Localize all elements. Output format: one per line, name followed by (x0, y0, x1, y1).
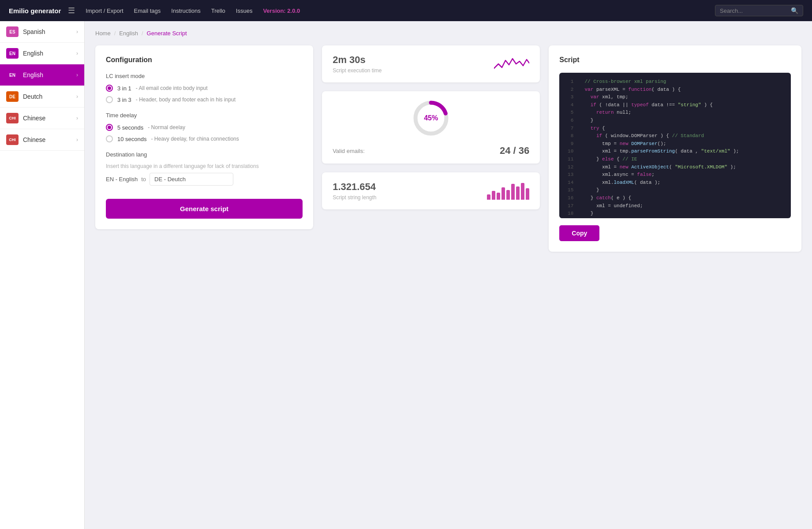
nav-instructions[interactable]: Instructions (171, 7, 200, 14)
nav-trello[interactable]: Trello (211, 7, 225, 14)
radio-3in1-desc: - All email code into body input (136, 85, 208, 91)
bar-1 (487, 194, 490, 200)
radio-3in1-label: 3 in 1 (117, 85, 131, 92)
sidebar-item-chinese2[interactable]: CHI Chinese › (0, 129, 84, 151)
config-title: Configuration (106, 56, 303, 64)
radio-3in3[interactable]: 3 in 3 - Header, body and footer each in… (106, 96, 303, 103)
sidebar-badge-de: DE (6, 91, 19, 102)
destination-lang-section: Destination lang Insert this language in… (106, 151, 303, 186)
copy-button[interactable]: Copy (559, 225, 599, 241)
valid-emails-label: Valid emails: (333, 148, 365, 154)
bar-5 (506, 190, 510, 200)
sidebar-label-deutch: Deutch (23, 93, 72, 100)
code-line-13: 13 xml.async = false; (565, 171, 786, 179)
script-title: Script (559, 56, 791, 64)
execution-time-value: 2m 30s (333, 54, 382, 66)
sidebar-item-chinese1[interactable]: CHI Chinese › (0, 108, 84, 129)
radio-5s-desc: - Normal deelay (148, 124, 185, 130)
from-lang: EN - English (106, 176, 138, 183)
donut-percent-label: 45% (424, 114, 438, 122)
chevron-down-icon: › (76, 29, 78, 35)
valid-emails-panel: 45% Valid emails: 24 / 36 (322, 91, 540, 164)
main-content: Home / English / Generate Script Configu… (85, 21, 812, 529)
code-line-6: 6 } (565, 117, 786, 125)
chevron-down-icon: › (76, 72, 78, 78)
code-line-18: 18 } (565, 210, 786, 218)
code-line-16: 16 } catch( e ) { (565, 194, 786, 202)
sidebar-label-chinese2: Chinese (23, 136, 72, 143)
radio-3in3-label: 3 in 3 (117, 97, 131, 103)
bar-4 (501, 187, 505, 200)
stats-column: 2m 30s Script execution time (322, 45, 540, 209)
code-line-14: 14 xml.loadXML( data ); (565, 179, 786, 187)
sidebar: ES Spanish › EN English › EN English › D… (0, 21, 85, 529)
code-line-5: 5 return null; (565, 109, 786, 117)
sidebar-item-spanish[interactable]: ES Spanish › (0, 21, 84, 43)
search-icon[interactable]: 🔍 (791, 7, 798, 14)
sidebar-badge-chi1: CHI (6, 113, 19, 123)
chevron-down-icon: › (76, 93, 78, 100)
code-line-12: 12 xml = new ActiveXObject( "Microsoft.X… (565, 164, 786, 171)
radio-10s-desc: - Heavy deelay, for china connections (151, 136, 239, 142)
code-line-1: 1 // Cross-browser xml parsing (565, 78, 786, 86)
sidebar-badge-en2: EN (6, 70, 19, 80)
code-line-11: 11 } else { // IE (565, 156, 786, 164)
code-line-7: 7 try { (565, 125, 786, 133)
bar-3 (497, 193, 500, 200)
radio-10s[interactable]: 10 seconds - Heavy deelay, for china con… (106, 135, 303, 142)
breadcrumb-sep2: / (142, 30, 143, 37)
dest-lang-row: EN - English to (106, 173, 303, 186)
sidebar-item-english1[interactable]: EN English › (0, 43, 84, 64)
execution-time-chart (494, 55, 529, 73)
search-box[interactable]: 🔍 (715, 5, 803, 16)
version-label: Version: 2.0.0 (263, 7, 300, 14)
sidebar-label-english2: English (23, 71, 72, 78)
script-panel: Script 1 // Cross-browser xml parsing 2 … (549, 45, 801, 252)
sidebar-item-english2[interactable]: EN English › (0, 64, 84, 86)
sidebar-label-english1: English (23, 50, 72, 57)
radio-5s[interactable]: 5 seconds - Normal deelay (106, 124, 303, 131)
breadcrumb: Home / English / Generate Script (95, 30, 801, 37)
radio-group-insert-mode: 3 in 1 - All email code into body input … (106, 85, 303, 103)
code-line-15: 15 } (565, 186, 786, 194)
sidebar-item-deutch[interactable]: DE Deutch › (0, 86, 84, 108)
sidebar-badge-chi2: CHI (6, 134, 19, 145)
bar-2 (492, 191, 495, 200)
nav-import-export[interactable]: Import / Export (86, 7, 123, 14)
radio-3in1-indicator (106, 85, 113, 92)
bar-8 (521, 183, 524, 200)
radio-group-time: 5 seconds - Normal deelay 10 seconds - H… (106, 124, 303, 142)
breadcrumb-sep1: / (114, 30, 116, 37)
chevron-down-icon: › (76, 137, 78, 143)
string-length-info: 1.321.654 Script string length (333, 181, 376, 201)
valid-emails-row: Valid emails: 24 / 36 (333, 145, 529, 156)
breadcrumb-english[interactable]: English (119, 30, 138, 37)
nav-email-tags[interactable]: Email tags (134, 7, 161, 14)
search-input[interactable] (720, 7, 791, 14)
code-block: 1 // Cross-browser xml parsing 2 var par… (559, 73, 791, 218)
dest-lang-input[interactable] (150, 173, 233, 186)
bar-chart (487, 182, 529, 200)
lc-insert-mode-label: LC insert mode (106, 73, 303, 79)
radio-10s-label: 10 seconds (117, 136, 147, 142)
nav-issues[interactable]: Issues (236, 7, 253, 14)
radio-3in1[interactable]: 3 in 1 - All email code into body input (106, 85, 303, 92)
code-line-8: 8 if ( window.DOMParser ) { // Standard (565, 132, 786, 140)
sidebar-badge-es: ES (6, 26, 19, 37)
execution-time-panel: 2m 30s Script execution time (322, 45, 540, 82)
dest-to-label: to (141, 176, 146, 183)
bar-9 (526, 188, 529, 200)
generate-script-button[interactable]: Generate script (106, 199, 303, 219)
code-line-4: 4 if ( !data || typeof data !== "string"… (565, 101, 786, 109)
string-length-label: Script string length (333, 194, 376, 201)
string-length-value: 1.321.654 (333, 181, 376, 193)
code-line-19: 19 if ( !xml || !xml.documentElement || … (565, 218, 786, 218)
breadcrumb-home[interactable]: Home (95, 30, 111, 37)
chevron-down-icon: › (76, 50, 78, 56)
config-panel: Configuration LC insert mode 3 in 1 - Al… (95, 45, 313, 229)
code-line-2: 2 var parseXML = function( data ) { (565, 86, 786, 94)
radio-5s-indicator (106, 124, 113, 131)
breadcrumb-current: Generate Script (147, 30, 187, 37)
hamburger-icon[interactable]: ☰ (68, 6, 75, 15)
sidebar-badge-en1: EN (6, 48, 19, 59)
